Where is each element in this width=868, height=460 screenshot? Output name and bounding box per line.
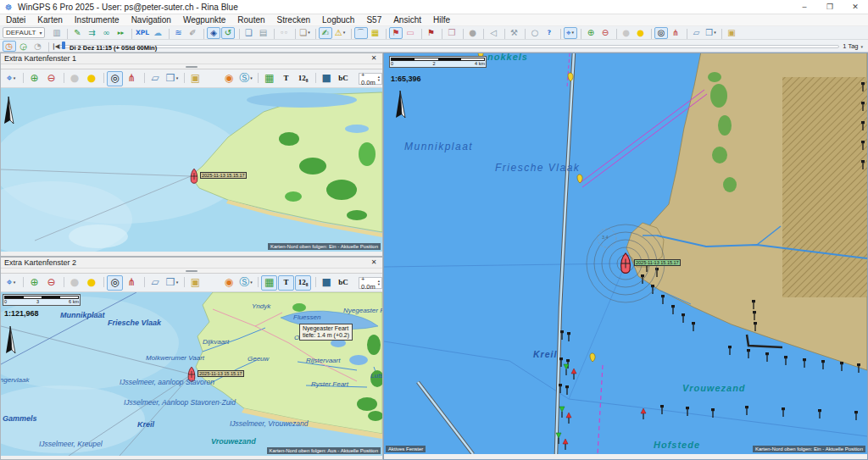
instrument-panel-icon[interactable]: ▥ bbox=[50, 27, 64, 39]
light-on-icon[interactable]: ● bbox=[84, 275, 100, 291]
menu-item-ansicht[interactable]: Ansicht bbox=[387, 15, 427, 25]
main-chart-canvas[interactable]: nokkelsMunnikplaatFriesche VlaakKreilVro… bbox=[384, 53, 867, 454]
zoom-out-icon[interactable]: ⊖ bbox=[43, 71, 59, 86]
window1-close-icon[interactable]: ✕ bbox=[369, 53, 379, 64]
area-select-icon[interactable]: ▭ bbox=[403, 27, 417, 39]
light-on-icon[interactable]: ● bbox=[634, 27, 648, 39]
target-rings-icon[interactable]: ◎ bbox=[654, 27, 668, 39]
chart-preview-icon[interactable]: ▱ bbox=[147, 275, 164, 291]
pan-icon[interactable]: ⌖▾ bbox=[564, 27, 577, 39]
waypoint-pair-icon[interactable]: ∞ bbox=[99, 27, 113, 39]
boat-position-label[interactable]: 2025-11-13 15.15.17 bbox=[634, 259, 681, 266]
window2-chart[interactable] bbox=[1, 292, 382, 456]
search-icon[interactable]: ○ bbox=[528, 27, 542, 39]
light-on-icon[interactable]: ● bbox=[84, 71, 100, 86]
chart-preview-icon[interactable]: ▱ bbox=[147, 71, 164, 86]
light-off-icon[interactable]: ● bbox=[67, 275, 83, 291]
globe-icon[interactable]: ● bbox=[466, 27, 480, 39]
time-slider[interactable] bbox=[59, 45, 839, 48]
menu-item-strecken[interactable]: Strecken bbox=[271, 15, 316, 25]
minimize-button[interactable]: – bbox=[792, 0, 817, 14]
zoom-out-icon[interactable]: ⊖ bbox=[43, 275, 59, 291]
start-navigation-icon[interactable]: ▸▸ bbox=[114, 27, 127, 39]
time-pair-icon[interactable]: ◔ bbox=[31, 41, 45, 52]
maximize-button[interactable]: ❐ bbox=[817, 0, 843, 14]
chart-copy-icon[interactable]: ❑ bbox=[242, 27, 256, 39]
sound-icon[interactable]: ◁ bbox=[487, 27, 500, 39]
weather-icon[interactable]: ☁ bbox=[151, 27, 164, 39]
instrument-display-icon[interactable]: ▤ bbox=[257, 27, 270, 39]
depth-numbers-icon[interactable]: 12₈ bbox=[295, 275, 311, 291]
depth-offset-stepper[interactable]: + 0.0m ▴▾ bbox=[359, 277, 382, 289]
deep-water-icon[interactable]: ■ bbox=[319, 71, 335, 86]
chart-folder-icon[interactable]: ▣ bbox=[187, 71, 203, 86]
wind-vane-icon[interactable]: ⚑ bbox=[389, 27, 403, 39]
help-icon[interactable]: ? bbox=[542, 27, 556, 39]
zoom-in-icon[interactable]: ⊕ bbox=[584, 27, 598, 39]
zoom-in-icon[interactable]: ⊕ bbox=[26, 71, 42, 86]
xpl-icon[interactable]: XPL bbox=[135, 27, 150, 39]
lock-station-icon[interactable]: ▦ bbox=[369, 27, 382, 39]
route-branch-icon[interactable]: ⋔ bbox=[669, 27, 682, 39]
center-position-icon[interactable]: ◉ bbox=[221, 71, 237, 86]
pan-icon[interactable]: ⌖▾ bbox=[3, 71, 19, 86]
menu-item-hilfe[interactable]: Hilfe bbox=[427, 15, 456, 25]
chart-s57-icon[interactable]: Ⓢ▾ bbox=[238, 71, 254, 86]
center-position-icon[interactable]: ◉ bbox=[221, 275, 237, 291]
time-range-dropdown[interactable]: 1 Tag▾ bbox=[843, 42, 863, 50]
anchor-watch-icon[interactable]: ↺ bbox=[221, 27, 235, 39]
chart-work-icon[interactable]: ✍ bbox=[319, 27, 332, 39]
route-branch-icon[interactable]: ⋔ bbox=[124, 275, 140, 291]
fuel-drops-icon[interactable]: ◦◦ bbox=[277, 27, 291, 39]
boat-position-label[interactable]: 2025-11-13 15.15.17 bbox=[198, 370, 244, 377]
menu-item-navigation[interactable]: Navigation bbox=[125, 15, 177, 25]
bridge-icon[interactable]: ⌒ bbox=[354, 27, 368, 39]
chart-folder-icon[interactable]: ▣ bbox=[187, 275, 203, 291]
tile-windows-icon[interactable]: ❐ bbox=[445, 27, 459, 39]
route-create-icon[interactable]: ✎ bbox=[70, 27, 84, 39]
close-button[interactable]: ✕ bbox=[843, 0, 868, 14]
bc-icon[interactable]: bC bbox=[336, 71, 352, 86]
menu-item-karten[interactable]: Karten bbox=[31, 15, 68, 25]
menu-item-routen[interactable]: Routen bbox=[231, 15, 270, 25]
chart-select-icon[interactable]: ❒▾ bbox=[164, 275, 181, 291]
dividers-icon[interactable]: ✐ bbox=[186, 27, 200, 39]
warning-icon[interactable]: ⚠▾ bbox=[333, 27, 347, 39]
chart-select-icon[interactable]: ❒▾ bbox=[704, 27, 718, 39]
quality-grid-icon[interactable]: ▦ bbox=[261, 71, 277, 86]
window2-chart-canvas[interactable]: Koudumer FeartMunnikplaatFriesche VlaakY… bbox=[1, 292, 382, 456]
light-off-icon[interactable]: ● bbox=[620, 27, 633, 39]
zoom-out-icon[interactable]: ⊖ bbox=[598, 27, 612, 39]
menu-item-wegpunkte[interactable]: Wegpunkte bbox=[177, 15, 231, 25]
route-connect-icon[interactable]: ⇉ bbox=[85, 27, 98, 39]
chart-folder-icon[interactable]: ▣ bbox=[725, 27, 738, 39]
time-slider-thumb[interactable] bbox=[62, 42, 65, 49]
chart-preview-icon[interactable]: ▱ bbox=[690, 27, 704, 39]
depth-offset-stepper[interactable]: + 0.0m ▴▾ bbox=[359, 73, 382, 85]
menu-item-logbuch[interactable]: Logbuch bbox=[316, 15, 360, 25]
zoom-in-icon[interactable]: ⊕ bbox=[26, 275, 42, 291]
main-chart[interactable] bbox=[384, 53, 867, 454]
chart-select-icon[interactable]: ❒▾ bbox=[164, 71, 181, 86]
quality-grid-icon[interactable]: ▦ bbox=[261, 275, 277, 291]
menu-item-s57[interactable]: S57 bbox=[360, 15, 387, 25]
text-labels-icon[interactable]: T bbox=[278, 71, 294, 86]
tide-icon[interactable]: ≋ bbox=[172, 27, 186, 39]
target-rings-icon[interactable]: ◎ bbox=[107, 71, 123, 86]
window2-close-icon[interactable]: ✕ bbox=[369, 258, 379, 268]
pan-icon[interactable]: ⌖▾ bbox=[3, 275, 19, 291]
marker-flag-icon[interactable]: ⚑ bbox=[425, 27, 438, 39]
window1-chart[interactable] bbox=[1, 88, 382, 252]
compass-rose-icon[interactable]: ◈ bbox=[207, 27, 220, 39]
layers-icon[interactable]: ❏▾ bbox=[298, 27, 312, 39]
route-branch-icon[interactable]: ⋔ bbox=[124, 71, 140, 86]
profile-dropdown[interactable]: DEFAULT▾ bbox=[3, 27, 45, 38]
tools-icon[interactable]: ⚒ bbox=[508, 27, 521, 39]
chart-s57-icon[interactable]: Ⓢ▾ bbox=[238, 275, 254, 291]
text-labels-icon[interactable]: T bbox=[278, 275, 294, 291]
depth-numbers-icon[interactable]: 12₈ bbox=[295, 71, 311, 86]
menu-item-instrumente[interactable]: Instrumente bbox=[69, 15, 125, 25]
light-off-icon[interactable]: ● bbox=[67, 71, 83, 86]
target-rings-icon[interactable]: ◎ bbox=[107, 275, 123, 291]
menu-item-datei[interactable]: Datei bbox=[0, 15, 31, 25]
